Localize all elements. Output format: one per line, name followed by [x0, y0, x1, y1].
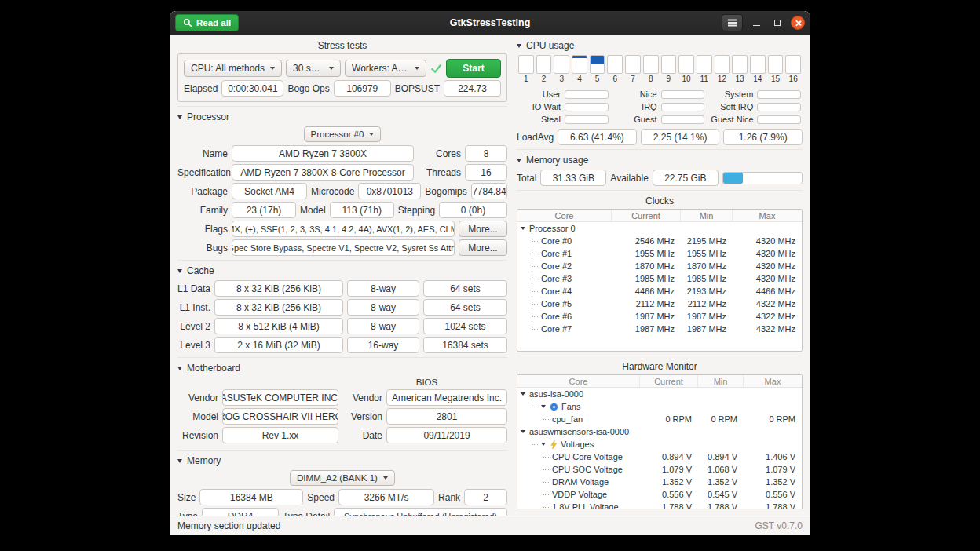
package-label: Package	[177, 186, 228, 197]
cache-sets-value[interactable]: 16384 sets	[423, 337, 507, 353]
minimize-button[interactable]	[748, 15, 764, 31]
model-value[interactable]: 113 (71h)	[330, 202, 394, 218]
bogomips-value[interactable]: 7784.84	[471, 183, 507, 199]
motherboard-expander[interactable]: Motherboard	[177, 363, 507, 374]
available-memory-value[interactable]: 22.75 GiB	[653, 170, 719, 186]
cache-sets-value[interactable]: 64 sets	[423, 280, 507, 297]
cache-ways-value[interactable]: 8-way	[347, 280, 419, 297]
clock-core-row[interactable]: Core #6 1987 MHz 1987 MHz 4322 MHz	[517, 310, 802, 323]
cache-ways-value[interactable]: 16-way	[347, 337, 419, 353]
voltage-sensor-row[interactable]: VDDP Voltage 0.556 V 0.545 V 0.556 V	[517, 488, 802, 501]
cache-size-value[interactable]: 2 x 16 MiB (32 MiB)	[214, 337, 343, 353]
processor-selector-combo[interactable]: Processor #0	[304, 126, 382, 142]
menu-button[interactable]	[722, 14, 743, 31]
voltage-sensor-row[interactable]: CPU SOC Voltage 1.079 V 1.068 V 1.079 V	[517, 463, 802, 476]
hwmon-group-row[interactable]: asuswmisensors-isa-0000	[517, 425, 802, 438]
package-value[interactable]: Socket AM4	[232, 183, 307, 199]
hwmon-voltages-row[interactable]: Voltages	[517, 438, 802, 451]
hwmon-header-current[interactable]: Current	[640, 375, 698, 387]
clock-core-row[interactable]: Core #7 1987 MHz 1987 MHz 4322 MHz	[517, 323, 802, 335]
flags-value[interactable]: MMX, (+), SSE(1, 2, 3, 3S, 4.1, 4.2, 4A)…	[232, 221, 455, 237]
clocks-header-current[interactable]: Current	[612, 210, 681, 221]
voltage-sensor-row[interactable]: 1.8V PLL Voltage 1.788 V 1.788 V 1.788 V	[517, 501, 802, 509]
loadavg-5min-value[interactable]: 2.25 (14.1%)	[641, 129, 720, 145]
rank-value[interactable]: 2	[464, 489, 507, 505]
cache-size-value[interactable]: 8 x 512 KiB (4 MiB)	[214, 318, 343, 334]
bios-date-value[interactable]: 09/11/2019	[386, 427, 507, 443]
loadavg-1min-value[interactable]: 6.63 (41.4%)	[558, 129, 637, 145]
bugs-value[interactable]: Spec Store Bypass, Spectre V1, Spectre V…	[232, 239, 455, 256]
bios-vendor-value[interactable]: American Megatrends Inc.	[386, 389, 507, 406]
processor-name-value[interactable]: AMD Ryzen 7 3800X	[232, 145, 414, 162]
type-value[interactable]: DDR4	[202, 508, 279, 516]
cache-size-value[interactable]: 8 x 32 KiB (256 KiB)	[214, 280, 343, 297]
microcode-value[interactable]: 0x8701013	[358, 183, 421, 199]
clocks-header-min[interactable]: Min	[681, 210, 733, 221]
dimm-selector-combo[interactable]: DIMM_A2 (BANK 1)	[290, 470, 395, 486]
clocks-header-max[interactable]: Max	[733, 210, 802, 221]
tree-expander-icon[interactable]	[541, 443, 546, 446]
clock-core-row[interactable]: Core #0 2546 MHz 2195 MHz 4320 MHz	[517, 235, 802, 247]
size-value[interactable]: 16384 MB	[199, 489, 303, 505]
specification-value[interactable]: AMD Ryzen 7 3800X 8-Core Processor	[232, 164, 414, 181]
cpu-core-meter: 16	[785, 55, 801, 83]
stress-method-combo[interactable]: CPU: All methods	[184, 60, 282, 77]
hwmon-fans-row[interactable]: Fans	[517, 400, 802, 413]
cpu-core-number: 7	[625, 75, 641, 83]
stress-workers-combo[interactable]: Workers: Auto	[345, 60, 426, 77]
titlebar[interactable]: Read all GtkStressTesting	[170, 11, 810, 35]
board-revision-value[interactable]: Rev 1.xx	[222, 427, 338, 443]
hwmon-group-row[interactable]: asus-isa-0000	[517, 388, 802, 400]
cache-sets-value[interactable]: 1024 sets	[423, 318, 507, 334]
tree-expander-icon[interactable]	[521, 392, 525, 396]
read-all-button[interactable]: Read all	[175, 14, 239, 31]
clock-core-row[interactable]: Core #3 1985 MHz 1985 MHz 4320 MHz	[517, 272, 802, 285]
voltage-sensor-row[interactable]: DRAM Voltage 1.352 V 1.352 V 1.352 V	[517, 476, 802, 488]
processor-expander[interactable]: Processor	[177, 111, 507, 122]
bios-version-value[interactable]: 2801	[386, 408, 507, 425]
loadavg-15min-value[interactable]: 1.26 (7.9%)	[723, 129, 803, 145]
start-button[interactable]: Start	[446, 59, 501, 78]
memory-usage-expander[interactable]: Memory usage	[517, 155, 803, 166]
bugs-more-button[interactable]: More...	[459, 239, 507, 256]
bogo-ops-value[interactable]: 106979	[334, 80, 391, 97]
clocks-group-row[interactable]: Processor 0	[517, 222, 802, 235]
tree-expander-icon[interactable]	[521, 227, 525, 230]
tree-expander-icon[interactable]	[541, 405, 546, 408]
stress-tests-frame: CPU: All methods 30 secs Workers: Auto	[177, 53, 507, 102]
cpu-core-levelbar	[518, 55, 534, 74]
board-vendor-value[interactable]: ASUSTeK COMPUTER INC.	[222, 389, 338, 406]
total-memory-value[interactable]: 31.33 GiB	[540, 170, 606, 186]
cache-sets-value[interactable]: 64 sets	[423, 299, 507, 316]
cache-ways-value[interactable]: 8-way	[347, 299, 419, 316]
cache-ways-value[interactable]: 8-way	[347, 318, 419, 334]
cpu-usage-expander[interactable]: CPU usage	[517, 40, 803, 51]
memory-expander[interactable]: Memory	[177, 455, 507, 466]
fan-sensor-row[interactable]: cpu_fan 0 RPM 0 RPM 0 RPM	[517, 413, 802, 425]
hwmon-header-max[interactable]: Max	[744, 375, 802, 387]
clocks-header-core[interactable]: Core	[517, 210, 612, 221]
type-detail-value[interactable]: Synchronous Unbuffered (Unregistered)	[334, 508, 507, 516]
clock-core-row[interactable]: Core #5 2112 MHz 2112 MHz 4322 MHz	[517, 297, 802, 310]
tree-expander-icon[interactable]	[521, 430, 525, 433]
stress-duration-combo[interactable]: 30 secs	[286, 60, 341, 77]
elapsed-value[interactable]: 0:00:30.041	[221, 80, 283, 97]
family-value[interactable]: 23 (17h)	[232, 202, 296, 218]
hwmon-header-min[interactable]: Min	[698, 375, 744, 387]
bopsust-value[interactable]: 224.73	[444, 80, 501, 97]
cache-size-value[interactable]: 8 x 32 KiB (256 KiB)	[214, 299, 343, 316]
speed-value[interactable]: 3266 MT/s	[338, 489, 434, 505]
threads-value[interactable]: 16	[465, 164, 507, 181]
flags-more-button[interactable]: More...	[459, 221, 507, 237]
cores-value[interactable]: 8	[465, 145, 507, 162]
board-model-value[interactable]: ROG CROSSHAIR VII HERO	[222, 408, 338, 425]
cache-expander[interactable]: Cache	[177, 265, 507, 276]
close-button[interactable]	[791, 16, 805, 30]
maximize-button[interactable]	[770, 15, 785, 31]
hwmon-header-core[interactable]: Core	[517, 375, 640, 387]
voltage-sensor-row[interactable]: CPU Core Voltage 0.894 V 0.894 V 1.406 V	[517, 451, 802, 463]
stepping-value[interactable]: 0 (0h)	[439, 202, 507, 218]
clock-core-row[interactable]: Core #2 1870 MHz 1870 MHz 4320 MHz	[517, 260, 802, 272]
clock-core-row[interactable]: Core #4 4466 MHz 2193 MHz 4466 MHz	[517, 285, 802, 297]
clock-core-row[interactable]: Core #1 1955 MHz 1955 MHz 4320 MHz	[517, 247, 802, 260]
